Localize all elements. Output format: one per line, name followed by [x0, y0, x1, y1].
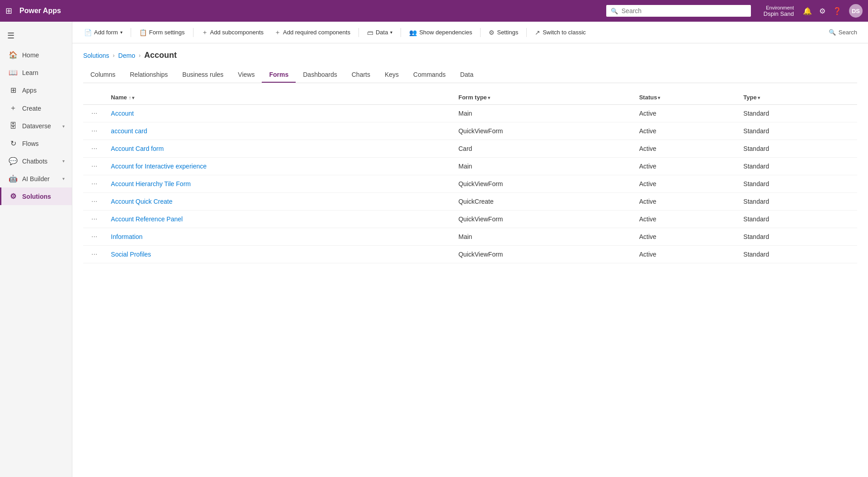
- add-form-button[interactable]: 📄 Add form ▾: [80, 27, 127, 38]
- settings-icon[interactable]: ⚙: [819, 7, 826, 15]
- row-actions-button[interactable]: ···: [89, 249, 100, 259]
- col-actions-header: [83, 90, 105, 105]
- breadcrumb-solutions[interactable]: Solutions: [83, 52, 109, 59]
- row-actions-button[interactable]: ···: [89, 196, 100, 206]
- sidebar: ☰ 🏠 Home 📖 Learn ⊞ Apps ＋ Create 🗄 Datav…: [0, 22, 72, 477]
- search-icon: 🔍: [611, 8, 618, 14]
- row-name-cell: Account Card form: [105, 140, 453, 158]
- help-icon[interactable]: ❓: [833, 7, 842, 15]
- row-name-link[interactable]: Social Profiles: [111, 251, 151, 258]
- separator-6: [526, 28, 527, 37]
- row-name-link[interactable]: Account Hierarchy Tile Form: [111, 180, 191, 187]
- row-name-cell: Account Hierarchy Tile Form: [105, 175, 453, 193]
- settings-label: Settings: [497, 29, 518, 36]
- sidebar-item-learn[interactable]: 📖 Learn: [0, 64, 72, 81]
- content-area: 📄 Add form ▾ 📋 Form settings ＋ Add subco…: [72, 22, 868, 477]
- sidebar-item-label: Solutions: [22, 193, 65, 200]
- row-actions-button[interactable]: ···: [89, 144, 100, 154]
- filter-icon: ▾: [758, 95, 760, 100]
- row-type-cell: Standard: [738, 228, 857, 246]
- row-name-link[interactable]: Account for Interactive experience: [111, 163, 207, 170]
- waffle-icon[interactable]: ⊞: [5, 6, 12, 16]
- sidebar-item-label: Home: [22, 51, 65, 59]
- sidebar-item-label: Chatbots: [22, 158, 58, 165]
- row-status-cell: Active: [634, 246, 738, 263]
- tab-views[interactable]: Views: [231, 67, 262, 83]
- col-type-header[interactable]: Type▾: [738, 90, 857, 105]
- toolbar-search[interactable]: 🔍 Search: [825, 27, 861, 38]
- row-actions-button[interactable]: ···: [89, 214, 100, 224]
- environment-name: Dspin Sand: [764, 10, 794, 17]
- tab-business-rules[interactable]: Business rules: [175, 67, 231, 83]
- breadcrumb-sep-2: ›: [139, 52, 141, 59]
- row-type-cell: Standard: [738, 246, 857, 263]
- row-type-cell: Standard: [738, 210, 857, 228]
- global-search-input[interactable]: [622, 7, 746, 14]
- add-subcomponents-label: Add subcomponents: [210, 29, 264, 36]
- switch-classic-button[interactable]: ↗ Switch to classic: [530, 27, 590, 38]
- tab-relationships[interactable]: Relationships: [123, 67, 175, 83]
- show-dependencies-button[interactable]: 👥 Show dependencies: [405, 27, 476, 38]
- sidebar-item-solutions[interactable]: ⚙ Solutions: [0, 187, 72, 205]
- row-actions-button[interactable]: ···: [89, 108, 100, 118]
- sidebar-item-chatbots[interactable]: 💬 Chatbots ▾: [0, 152, 72, 170]
- form-settings-button[interactable]: 📋 Form settings: [135, 27, 189, 38]
- global-search-box[interactable]: 🔍: [606, 5, 751, 17]
- row-actions-button[interactable]: ···: [89, 126, 100, 136]
- add-required-icon: ＋: [274, 28, 281, 37]
- col-name-header[interactable]: Name↑▾: [105, 90, 453, 105]
- row-actions-button[interactable]: ···: [89, 232, 100, 242]
- add-subcomponents-button[interactable]: ＋ Add subcomponents: [197, 26, 269, 39]
- tab-columns[interactable]: Columns: [83, 67, 123, 83]
- avatar[interactable]: DS: [849, 4, 863, 18]
- environment-info: Environment Dspin Sand: [764, 5, 794, 17]
- sidebar-item-dataverse[interactable]: 🗄 Dataverse ▾: [0, 117, 72, 135]
- filter-icon: ▾: [488, 95, 490, 100]
- tab-dashboards[interactable]: Dashboards: [296, 67, 344, 83]
- row-formtype-cell: Main: [453, 158, 634, 175]
- row-actions-button[interactable]: ···: [89, 161, 100, 171]
- row-name-cell: Information: [105, 228, 453, 246]
- tab-keys[interactable]: Keys: [377, 67, 406, 83]
- notifications-icon[interactable]: 🔔: [803, 7, 812, 15]
- show-dependencies-label: Show dependencies: [419, 29, 472, 36]
- add-required-button[interactable]: ＋ Add required components: [270, 26, 355, 39]
- row-name-link[interactable]: Account Reference Panel: [111, 215, 183, 223]
- add-subcomponents-icon: ＋: [202, 28, 208, 37]
- row-type-cell: Standard: [738, 105, 857, 122]
- table-row: ···Account Hierarchy Tile FormQuickViewF…: [83, 175, 857, 193]
- form-settings-label: Form settings: [149, 29, 185, 36]
- sidebar-item-ai-builder[interactable]: 🤖 AI Builder ▾: [0, 170, 72, 187]
- data-button[interactable]: 🗃 Data ▾: [363, 27, 397, 38]
- hamburger-icon[interactable]: ☰: [0, 25, 72, 46]
- breadcrumb-demo[interactable]: Demo: [118, 52, 135, 59]
- chatbots-icon: 💬: [9, 157, 18, 165]
- sidebar-item-flows[interactable]: ↻ Flows: [0, 135, 72, 152]
- row-name-link[interactable]: Information: [111, 233, 142, 240]
- sidebar-item-label: Learn: [22, 69, 65, 76]
- tab-forms[interactable]: Forms: [262, 67, 296, 83]
- table-row: ···Social ProfilesQuickViewFormActiveSta…: [83, 246, 857, 263]
- row-type-cell: Standard: [738, 122, 857, 140]
- toolbar: 📄 Add form ▾ 📋 Form settings ＋ Add subco…: [72, 22, 868, 43]
- tab-commands[interactable]: Commands: [406, 67, 453, 83]
- sidebar-item-create[interactable]: ＋ Create: [0, 99, 72, 117]
- row-name-link[interactable]: Account Card form: [111, 145, 164, 152]
- row-name-link[interactable]: Account Quick Create: [111, 198, 172, 205]
- sidebar-item-home[interactable]: 🏠 Home: [0, 46, 72, 64]
- col-formtype-header[interactable]: Form type▾: [453, 90, 634, 105]
- tab-charts[interactable]: Charts: [344, 67, 377, 83]
- main-layout: ☰ 🏠 Home 📖 Learn ⊞ Apps ＋ Create 🗄 Datav…: [0, 22, 868, 477]
- tab-data[interactable]: Data: [453, 67, 481, 83]
- row-name-link[interactable]: Account: [111, 110, 134, 117]
- row-actions-cell: ···: [83, 158, 105, 175]
- row-name-link[interactable]: account card: [111, 127, 147, 135]
- col-status-header[interactable]: Status▾: [634, 90, 738, 105]
- separator-4: [401, 28, 401, 37]
- flows-icon: ↻: [9, 139, 18, 148]
- add-form-label: Add form: [94, 29, 118, 36]
- row-actions-button[interactable]: ···: [89, 179, 100, 189]
- sidebar-item-apps[interactable]: ⊞ Apps: [0, 81, 72, 99]
- row-status-cell: Active: [634, 228, 738, 246]
- settings-button[interactable]: ⚙ Settings: [484, 27, 523, 38]
